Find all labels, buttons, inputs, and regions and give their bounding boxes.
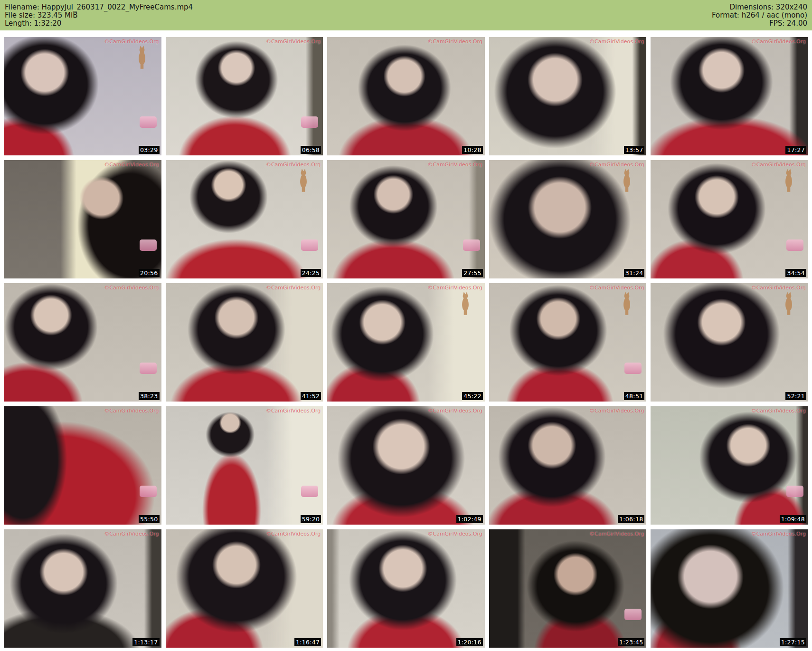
meta-length-value: 1:32:20 xyxy=(34,19,62,28)
video-thumbnail[interactable]: ©CamGirlVideos.Org 1:09:48 xyxy=(651,406,808,525)
meta-format-label: Format: xyxy=(712,11,739,19)
camgirlvideos-watermark: ©CamGirlVideos.Org xyxy=(751,39,806,45)
meta-length-label: Length: xyxy=(5,19,32,28)
camgirlvideos-watermark: ©CamGirlVideos.Org xyxy=(266,39,321,45)
camgirlvideos-watermark: ©CamGirlVideos.Org xyxy=(104,531,159,537)
video-thumbnail[interactable]: ©CamGirlVideos.Org 55:50 xyxy=(4,406,161,525)
camgirlvideos-watermark: ©CamGirlVideos.Org xyxy=(751,531,806,537)
thumbnail-timestamp: 13:57 xyxy=(624,146,645,154)
video-thumbnail[interactable]: ©CamGirlVideos.Org 48:51 xyxy=(489,283,647,402)
pink-box-decor xyxy=(624,609,642,620)
camgirlvideos-watermark: ©CamGirlVideos.Org xyxy=(589,162,644,168)
video-thumbnail[interactable]: ©CamGirlVideos.Org 45:22 xyxy=(327,283,485,402)
video-thumbnail[interactable]: ©CamGirlVideos.Org 17:27 xyxy=(651,37,808,155)
video-thumbnail[interactable]: ©CamGirlVideos.Org 38:23 xyxy=(4,283,161,402)
video-thumbnail[interactable]: ©CamGirlVideos.Org 1:20:16 xyxy=(327,529,485,648)
meta-filesize-value: 323.45 MiB xyxy=(38,11,78,19)
video-thumbnail[interactable]: ©CamGirlVideos.Org 41:52 xyxy=(166,283,323,402)
camgirlvideos-watermark: ©CamGirlVideos.Org xyxy=(104,162,159,168)
contact-sheet-page: Filename: HappyJul_260317_0022_MyFreeCam… xyxy=(0,0,812,651)
thumbnail-timestamp: 48:51 xyxy=(624,392,645,400)
thumbnail-timestamp: 34:54 xyxy=(785,269,806,277)
video-thumbnail[interactable]: ©CamGirlVideos.Org 10:28 xyxy=(327,37,485,155)
cat-figurine-icon xyxy=(136,44,148,71)
camgirlvideos-watermark: ©CamGirlVideos.Org xyxy=(266,162,321,168)
video-thumbnail[interactable]: ©CamGirlVideos.Org 1:23:45 xyxy=(489,529,647,648)
camgirlvideos-watermark: ©CamGirlVideos.Org xyxy=(104,408,159,414)
thumbnail-timestamp: 06:58 xyxy=(301,146,321,154)
thumbnail-timestamp: 41:52 xyxy=(301,392,321,400)
video-thumbnail[interactable]: ©CamGirlVideos.Org 06:58 xyxy=(166,37,323,155)
thumbnail-timestamp: 38:23 xyxy=(139,392,160,400)
thumbnail-timestamp: 1:20:16 xyxy=(456,638,483,646)
camgirlvideos-watermark: ©CamGirlVideos.Org xyxy=(266,408,321,414)
cat-figurine-icon xyxy=(459,290,472,317)
camgirlvideos-watermark: ©CamGirlVideos.Org xyxy=(751,408,806,414)
meta-filename-value: HappyJul_260317_0022_MyFreeCams.mp4 xyxy=(41,3,193,11)
thumbnail-timestamp: 55:50 xyxy=(139,515,160,523)
camgirlvideos-watermark: ©CamGirlVideos.Org xyxy=(427,408,482,414)
meta-dimensions: Dimensions: 320x240 xyxy=(712,3,807,11)
video-thumbnail[interactable]: ©CamGirlVideos.Org 1:02:49 xyxy=(327,406,485,525)
pink-box-decor xyxy=(301,116,318,128)
header-right-block: Dimensions: 320x240 Format: h264 / aac (… xyxy=(712,3,807,30)
thumbnail-timestamp: 31:24 xyxy=(624,269,645,277)
meta-length: Length: 1:32:20 xyxy=(5,19,193,28)
thumbnail-timestamp: 1:23:45 xyxy=(618,638,644,646)
camgirlvideos-watermark: ©CamGirlVideos.Org xyxy=(589,39,644,45)
header-bar: Filename: HappyJul_260317_0022_MyFreeCam… xyxy=(0,0,812,30)
video-thumbnail[interactable]: ©CamGirlVideos.Org 20:56 xyxy=(4,160,161,278)
thumbnail-timestamp: 1:16:47 xyxy=(294,638,321,646)
video-thumbnail[interactable]: ©CamGirlVideos.Org 1:27:15 xyxy=(651,529,808,648)
video-thumbnail[interactable]: ©CamGirlVideos.Org 13:57 xyxy=(489,37,647,155)
thumbnail-timestamp: 27:55 xyxy=(462,269,483,277)
thumbnail-timestamp: 1:27:15 xyxy=(780,638,806,646)
cat-figurine-icon xyxy=(297,167,310,194)
pink-box-decor xyxy=(140,486,157,497)
thumbnail-timestamp: 59:20 xyxy=(301,515,321,523)
video-thumbnail[interactable]: ©CamGirlVideos.Org 1:06:18 xyxy=(489,406,647,525)
pink-box-decor xyxy=(786,486,803,497)
thumbnail-timestamp: 52:21 xyxy=(785,392,806,400)
meta-filename-label: Filename: xyxy=(5,3,39,11)
pink-box-decor xyxy=(463,239,480,251)
video-thumbnail[interactable]: ©CamGirlVideos.Org 34:54 xyxy=(651,160,808,278)
video-thumbnail[interactable]: ©CamGirlVideos.Org 24:25 xyxy=(166,160,323,278)
camgirlvideos-watermark: ©CamGirlVideos.Org xyxy=(104,39,159,45)
meta-filesize: File size: 323.45 MiB xyxy=(5,11,193,19)
video-thumbnail[interactable]: ©CamGirlVideos.Org 1:16:47 xyxy=(166,529,323,648)
thumbnail-timestamp: 1:09:48 xyxy=(780,515,806,523)
pink-box-decor xyxy=(140,363,157,374)
thumbnail-grid: ©CamGirlVideos.Org 03:29 ©CamGirlVideos.… xyxy=(4,37,808,648)
pink-box-decor xyxy=(786,239,803,251)
pink-box-decor xyxy=(301,239,318,251)
cat-figurine-icon xyxy=(621,290,633,317)
camgirlvideos-watermark: ©CamGirlVideos.Org xyxy=(589,285,644,291)
thumbnail-timestamp: 1:13:17 xyxy=(132,638,159,646)
camgirlvideos-watermark: ©CamGirlVideos.Org xyxy=(266,285,321,291)
cat-figurine-icon xyxy=(621,167,633,194)
video-thumbnail[interactable]: ©CamGirlVideos.Org 27:55 xyxy=(327,160,485,278)
thumbnail-timestamp: 03:29 xyxy=(139,146,160,154)
video-thumbnail[interactable]: ©CamGirlVideos.Org 52:21 xyxy=(651,283,808,402)
camgirlvideos-watermark: ©CamGirlVideos.Org xyxy=(751,285,806,291)
pink-box-decor xyxy=(140,239,157,251)
thumbnail-timestamp: 20:56 xyxy=(139,269,160,277)
video-thumbnail[interactable]: ©CamGirlVideos.Org 31:24 xyxy=(489,160,647,278)
pink-box-decor xyxy=(624,363,642,374)
meta-fps-label: FPS: xyxy=(769,19,784,28)
meta-fps: FPS: 24.00 xyxy=(712,19,807,28)
camgirlvideos-watermark: ©CamGirlVideos.Org xyxy=(266,531,321,537)
video-thumbnail[interactable]: ©CamGirlVideos.Org 1:13:17 xyxy=(4,529,161,648)
video-thumbnail[interactable]: ©CamGirlVideos.Org 59:20 xyxy=(166,406,323,525)
camgirlvideos-watermark: ©CamGirlVideos.Org xyxy=(427,162,482,168)
camgirlvideos-watermark: ©CamGirlVideos.Org xyxy=(427,39,482,45)
thumbnail-timestamp: 24:25 xyxy=(301,269,321,277)
camgirlvideos-watermark: ©CamGirlVideos.Org xyxy=(589,408,644,414)
meta-filename: Filename: HappyJul_260317_0022_MyFreeCam… xyxy=(5,3,193,11)
meta-filesize-label: File size: xyxy=(5,11,35,19)
video-thumbnail[interactable]: ©CamGirlVideos.Org 03:29 xyxy=(4,37,161,155)
camgirlvideos-watermark: ©CamGirlVideos.Org xyxy=(589,531,644,537)
meta-format-value: h264 / aac (mono) xyxy=(742,11,807,19)
pink-box-decor xyxy=(140,116,157,128)
